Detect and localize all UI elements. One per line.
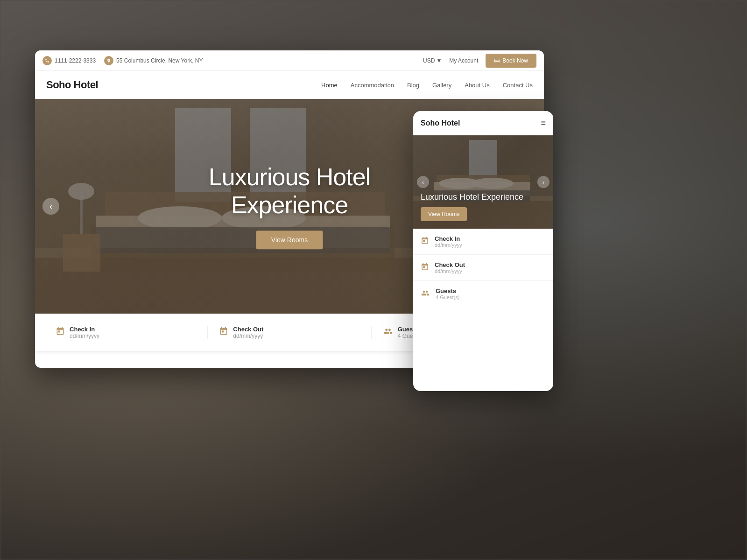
svg-point-21 (472, 178, 514, 189)
mobile-guests-info: Guests 4 Guest(s) (436, 287, 459, 300)
address-text: 55 Columbus Circle, New York, NY (116, 57, 203, 64)
my-account-button[interactable]: My Account (449, 57, 478, 64)
nav-link-about[interactable]: About Us (465, 82, 489, 89)
mobile-check-out-icon (421, 263, 429, 273)
check-out-label: Check Out (233, 326, 263, 333)
mobile-logo: Soho Hotel (421, 119, 460, 127)
mobile-view-rooms-button[interactable]: View Rooms (421, 207, 467, 221)
nav-item-gallery[interactable]: Gallery (432, 81, 451, 89)
nav-link-gallery[interactable]: Gallery (432, 82, 451, 89)
top-bar-left: 1111-2222-3333 55 Columbus Circle, New Y… (42, 56, 203, 65)
mobile-check-in-label: Check In (435, 235, 462, 242)
svg-rect-10 (63, 234, 100, 272)
mobile-hero-content: Luxurious Hotel Experience View Rooms (421, 192, 546, 221)
check-in-label: Check In (70, 326, 99, 333)
mobile-nav: Soho Hotel ≡ (413, 111, 553, 135)
top-bar-right: USD ▼ My Account 🛏 Book Now (423, 54, 536, 68)
mobile-guests-icon (421, 289, 430, 299)
check-in-calendar-icon (56, 327, 65, 338)
nav-item-home[interactable]: Home (321, 81, 338, 89)
nav-link-contact[interactable]: Contact Us (503, 82, 533, 89)
mobile-check-out-label: Check Out (435, 261, 465, 268)
currency-label: USD (423, 57, 435, 64)
check-in-value: dd/mm/yyyy (70, 333, 99, 339)
carousel-prev-button[interactable]: ‹ (42, 198, 59, 215)
mobile-guests-label: Guests (436, 287, 459, 294)
mobile-carousel-next-button[interactable]: › (537, 176, 550, 188)
nav-links: Home Accommodation Blog Gallery About Us… (321, 81, 533, 89)
check-out-field[interactable]: Check Out dd/mm/yyyy (208, 326, 371, 339)
guests-icon (383, 327, 393, 338)
top-bar: 1111-2222-3333 55 Columbus Circle, New Y… (35, 50, 544, 71)
mobile-check-in-field[interactable]: Check In dd/mm/yyyy (413, 229, 553, 255)
book-now-button[interactable]: 🛏 Book Now (486, 54, 536, 68)
mobile-check-in-icon (421, 237, 429, 247)
check-out-calendar-icon (219, 327, 228, 338)
bed-icon: 🛏 (494, 57, 500, 64)
site-logo: Soho Hotel (46, 79, 98, 91)
nav-link-accommodation[interactable]: Accommodation (351, 82, 394, 89)
check-out-value: dd/mm/yyyy (233, 333, 263, 339)
address-contact: 55 Columbus Circle, New York, NY (104, 56, 203, 65)
view-rooms-button[interactable]: View Rooms (256, 231, 323, 249)
mobile-window: Soho Hotel ≡ Luxurious Hotel Experience … (413, 111, 553, 391)
mobile-booking: Check In dd/mm/yyyy Check Out dd/mm/yyyy (413, 229, 553, 307)
mobile-check-in-value: dd/mm/yyyy (435, 242, 462, 248)
hero-content: Luxurious Hotel Experience View Rooms (162, 163, 417, 249)
nav-item-about[interactable]: About Us (465, 81, 489, 89)
nav-item-contact[interactable]: Contact Us (503, 81, 533, 89)
phone-icon (42, 56, 52, 65)
nav-item-blog[interactable]: Blog (407, 81, 419, 89)
mobile-guests-value: 4 Guest(s) (436, 294, 459, 300)
nav-bar: Soho Hotel Home Accommodation Blog Galle… (35, 71, 544, 99)
mobile-check-out-value: dd/mm/yyyy (435, 268, 465, 274)
nav-link-home[interactable]: Home (321, 82, 338, 89)
mobile-check-out-info: Check Out dd/mm/yyyy (435, 261, 465, 274)
check-in-field[interactable]: Check In dd/mm/yyyy (44, 326, 208, 339)
mobile-check-out-field[interactable]: Check Out dd/mm/yyyy (413, 255, 553, 281)
mobile-guests-field[interactable]: Guests 4 Guest(s) (413, 281, 553, 307)
svg-point-13 (68, 183, 94, 200)
currency-selector[interactable]: USD ▼ (423, 57, 442, 64)
phone-number: 1111-2222-3333 (55, 57, 96, 64)
mobile-carousel-prev-button[interactable]: ‹ (417, 176, 429, 188)
nav-item-accommodation[interactable]: Accommodation (351, 81, 394, 89)
mobile-menu-icon[interactable]: ≡ (541, 118, 546, 128)
mobile-check-in-info: Check In dd/mm/yyyy (435, 235, 462, 248)
nav-link-blog[interactable]: Blog (407, 82, 419, 89)
hero-title: Luxurious Hotel Experience (162, 163, 417, 219)
check-out-info: Check Out dd/mm/yyyy (233, 326, 263, 339)
currency-chevron: ▼ (436, 57, 442, 64)
phone-contact: 1111-2222-3333 (42, 56, 96, 65)
mobile-hero-title: Luxurious Hotel Experience (421, 192, 546, 203)
mobile-hero: Luxurious Hotel Experience View Rooms ‹ … (413, 135, 553, 229)
location-icon (104, 56, 113, 65)
check-in-info: Check In dd/mm/yyyy (70, 326, 99, 339)
